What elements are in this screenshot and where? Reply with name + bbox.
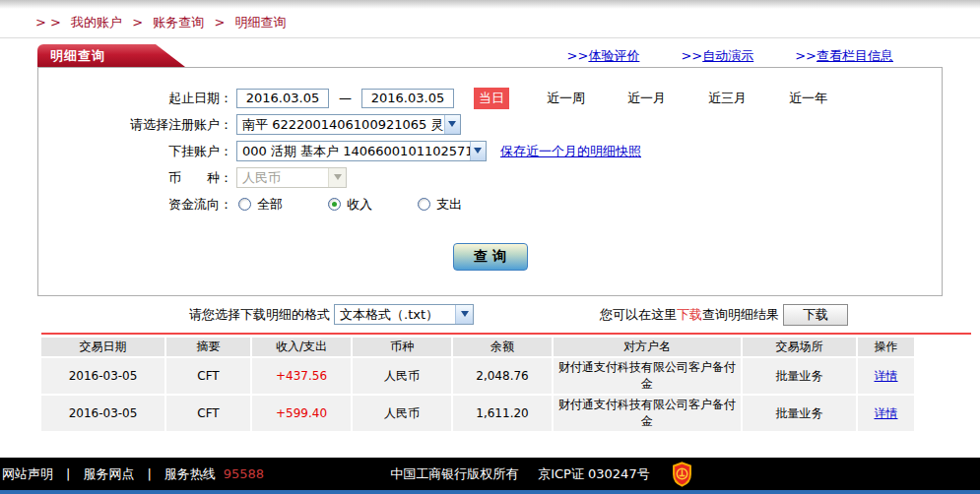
breadcrumb-item-detail-query[interactable]: 明细查询	[234, 15, 286, 30]
link-label[interactable]: 体验评价	[588, 48, 639, 63]
cell-action: 详情	[858, 358, 914, 394]
range-last-week[interactable]: 近一周	[542, 88, 590, 109]
save-monthly-snapshot-link[interactable]: 保存近一个月的明细快照	[500, 143, 641, 160]
col-header-channel: 交易场所	[743, 338, 856, 356]
range-last-month[interactable]: 近一月	[622, 88, 671, 109]
radio-icon[interactable]	[328, 198, 341, 211]
col-header-summary: 摘要	[166, 338, 250, 356]
cell-channel: 批量业务	[743, 358, 856, 394]
auto-demo-link[interactable]: >>自动演示	[681, 47, 753, 65]
registered-account-label: 请选择注册账户：	[38, 116, 232, 134]
download-hint-before: 您可以在这里	[600, 306, 677, 324]
col-header-counterparty: 对方户名	[554, 338, 741, 356]
breadcrumb: > > 我的账户 > 账务查询 > 明细查询	[0, 9, 980, 38]
breadcrumb-separator: >	[132, 15, 143, 30]
header-links: >>体验评价 >>自动演示 >>查看栏目信息	[567, 47, 893, 65]
download-hint-red: 下载	[677, 306, 702, 324]
footer-hotline-number: 95588	[224, 466, 264, 481]
footer-icp: 京ICP证 030247号	[538, 465, 650, 483]
flow-option-expense-label: 支出	[436, 196, 462, 214]
date-dash: —	[339, 91, 352, 105]
cell-action: 详情	[858, 396, 914, 431]
flow-option-income[interactable]: 收入	[328, 196, 372, 214]
link-label[interactable]: 自动演示	[702, 48, 753, 63]
table-row: 2016-03-05 CFT +599.40 人民币 1,611.20 财付通支…	[41, 396, 914, 431]
download-format-select[interactable]: 文本格式（.txt）	[334, 304, 474, 325]
col-header-balance: 余额	[453, 338, 552, 356]
cell-currency: 人民币	[353, 396, 451, 431]
query-form-panel: 起止日期： — 当日 近一周 近一月 近三月 近一年 请选择注册账户： 南平 6…	[37, 67, 943, 296]
link-marker: >>	[681, 48, 702, 63]
link-label[interactable]: 查看栏目信息	[817, 48, 893, 63]
security-shield-badge-icon	[672, 462, 692, 487]
chevron-down-icon[interactable]	[444, 115, 460, 134]
table-header-row: 交易日期 摘要 收入/支出 币种 余额 对方户名 交易场所 操作	[41, 338, 914, 356]
col-header-amount: 收入/支出	[252, 338, 351, 356]
currency-row: 币 种： 人民币	[38, 164, 942, 191]
col-header-action: 操作	[858, 338, 914, 356]
view-column-info-link[interactable]: >>查看栏目信息	[795, 47, 893, 65]
cell-channel: 批量业务	[743, 396, 856, 431]
sub-account-row: 下挂账户： 000 活期 基本户 1406600101102571848 保存近…	[38, 138, 942, 164]
cell-balance: 1,611.20	[453, 396, 552, 431]
sub-account-select[interactable]: 000 活期 基本户 1406600101102571848	[236, 141, 487, 161]
panel-header-row: 明细查询 >>体验评价 >>自动演示 >>查看栏目信息	[37, 44, 943, 67]
breadcrumb-separator: >	[214, 15, 225, 30]
footer-hotline-label: 服务热线	[164, 465, 216, 483]
breadcrumb-item-account-query[interactable]: 账务查询	[153, 15, 204, 30]
query-button[interactable]: 查 询	[453, 243, 528, 271]
table-divider-line	[41, 333, 971, 335]
footer-copyright: 中国工商银行版权所有	[390, 465, 518, 483]
cell-summary: CFT	[166, 358, 250, 394]
radio-icon[interactable]	[238, 198, 251, 211]
download-button[interactable]: 下载	[783, 304, 848, 326]
cell-date: 2016-03-05	[41, 396, 164, 431]
download-hint-after: 查询明细结果	[702, 306, 779, 324]
range-last-year[interactable]: 近一年	[784, 88, 832, 109]
date-range-row: 起止日期： — 当日 近一周 近一月 近三月 近一年	[38, 85, 942, 111]
flow-option-all[interactable]: 全部	[238, 196, 283, 214]
chevron-down-icon[interactable]	[455, 305, 473, 324]
footer-site-statement-link[interactable]: 网站声明	[2, 465, 53, 483]
date-range-label: 起止日期：	[38, 90, 232, 107]
footer-blue-line	[0, 490, 980, 494]
footer: 网站声明 | 服务网点 | 服务热线 95588 中国工商银行版权所有 京ICP…	[0, 458, 980, 494]
link-marker: >>	[795, 48, 817, 63]
link-marker: >>	[567, 48, 589, 63]
cell-counterparty: 财付通支付科技有限公司客户备付金	[554, 396, 741, 431]
table-row: 2016-03-05 CFT +437.56 人民币 2,048.76 财付通支…	[41, 358, 914, 394]
footer-separator: |	[147, 466, 151, 481]
footer-bar: 网站声明 | 服务网点 | 服务热线 95588 中国工商银行版权所有 京ICP…	[0, 458, 980, 490]
sub-account-value: 000 活期 基本户 1406600101102571848	[242, 143, 470, 160]
experience-review-link[interactable]: >>体验评价	[567, 47, 640, 65]
radio-icon[interactable]	[418, 198, 430, 211]
sub-account-label: 下挂账户：	[38, 143, 232, 160]
chevron-down-icon[interactable]	[470, 142, 486, 160]
cell-balance: 2,048.76	[453, 358, 552, 394]
cell-amount: +437.56	[252, 358, 351, 394]
breadcrumb-item-my-account[interactable]: 我的账户	[71, 15, 122, 30]
flow-option-income-label: 收入	[347, 196, 372, 214]
range-today[interactable]: 当日	[474, 88, 509, 109]
date-from-input[interactable]	[236, 89, 329, 108]
detail-link[interactable]: 详情	[875, 369, 898, 383]
footer-separator: |	[66, 466, 70, 481]
transaction-table: 交易日期 摘要 收入/支出 币种 余额 对方户名 交易场所 操作 2016-03…	[39, 336, 916, 433]
currency-select-disabled: 人民币	[236, 167, 347, 188]
top-gradient	[0, 0, 980, 9]
breadcrumb-prefix: > >	[35, 15, 61, 30]
col-header-currency: 币种	[353, 338, 451, 356]
registered-account-select[interactable]: 南平 6222001406100921065 灵通卡	[236, 114, 461, 135]
registered-account-row: 请选择注册账户： 南平 6222001406100921065 灵通卡	[38, 111, 942, 138]
cell-summary: CFT	[166, 396, 250, 431]
footer-branches-link[interactable]: 服务网点	[83, 465, 134, 483]
date-to-input[interactable]	[361, 89, 454, 108]
range-last-quarter[interactable]: 近三月	[703, 88, 751, 109]
tab-detail-query[interactable]: 明细查询	[37, 44, 185, 67]
currency-value: 人民币	[242, 169, 281, 187]
download-hint-group: 您可以在这里下载查询明细结果 下载	[600, 304, 848, 326]
fund-flow-options: 全部 收入 支出	[238, 196, 462, 214]
flow-option-expense[interactable]: 支出	[418, 196, 462, 214]
download-format-value: 文本格式（.txt）	[340, 306, 438, 324]
detail-link[interactable]: 详情	[875, 406, 898, 420]
